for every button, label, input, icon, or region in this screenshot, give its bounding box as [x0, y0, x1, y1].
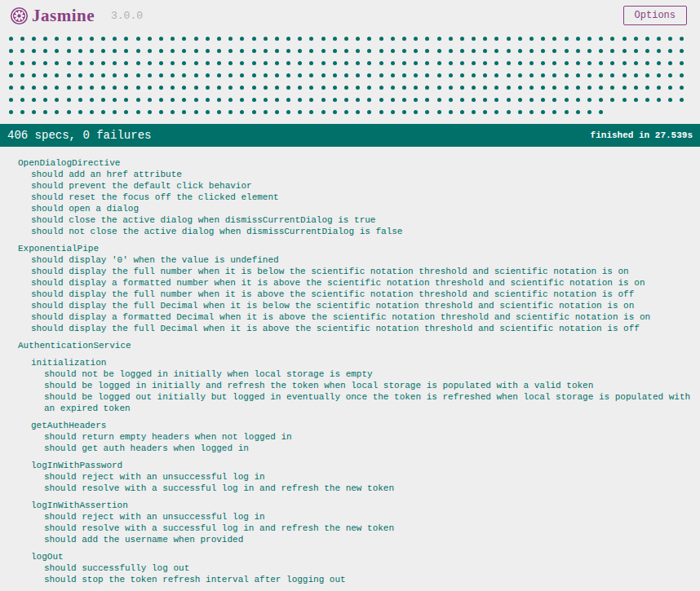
passed-spec-dot[interactable]: [494, 86, 498, 90]
passed-spec-dot[interactable]: [379, 49, 383, 53]
passed-spec-dot[interactable]: [483, 73, 487, 77]
passed-spec-dot[interactable]: [437, 98, 441, 102]
passed-spec-dot[interactable]: [333, 49, 337, 53]
passed-spec-dot[interactable]: [680, 98, 684, 102]
passed-spec-dot[interactable]: [610, 98, 614, 102]
passed-spec-dot[interactable]: [541, 37, 545, 41]
passed-spec-dot[interactable]: [587, 37, 591, 41]
passed-spec-dot[interactable]: [657, 49, 661, 53]
passed-spec-dot[interactable]: [252, 73, 256, 77]
passed-spec-dot[interactable]: [599, 86, 603, 90]
passed-spec-dot[interactable]: [240, 110, 244, 114]
passed-spec-dot[interactable]: [668, 49, 672, 53]
passed-spec-dot[interactable]: [67, 98, 71, 102]
passed-spec-dot[interactable]: [309, 49, 313, 53]
passed-spec-dot[interactable]: [264, 61, 268, 65]
passed-spec-dot[interactable]: [529, 110, 534, 114]
passed-spec-dot[interactable]: [321, 61, 326, 65]
passed-spec-dot[interactable]: [321, 110, 326, 114]
passed-spec-dot[interactable]: [298, 61, 302, 65]
passed-spec-dot[interactable]: [159, 110, 163, 114]
passed-spec-dot[interactable]: [494, 49, 498, 53]
passed-spec-dot[interactable]: [240, 86, 244, 90]
passed-spec-dot[interactable]: [565, 110, 569, 114]
passed-spec-dot[interactable]: [518, 49, 522, 53]
spec-result-link[interactable]: should not be logged in initially when l…: [44, 368, 693, 380]
passed-spec-dot[interactable]: [113, 110, 117, 114]
passed-spec-dot[interactable]: [286, 61, 290, 65]
passed-spec-dot[interactable]: [32, 110, 36, 114]
passed-spec-dot[interactable]: [587, 49, 591, 53]
passed-spec-dot[interactable]: [333, 110, 337, 114]
spec-result-link[interactable]: should resolve with a successful log in …: [44, 483, 693, 494]
passed-spec-dot[interactable]: [622, 61, 627, 65]
passed-spec-dot[interactable]: [298, 98, 302, 102]
passed-spec-dot[interactable]: [518, 73, 522, 77]
passed-spec-dot[interactable]: [449, 49, 453, 53]
passed-spec-dot[interactable]: [101, 98, 105, 102]
passed-spec-dot[interactable]: [124, 61, 128, 65]
passed-spec-dot[interactable]: [309, 61, 313, 65]
passed-spec-dot[interactable]: [344, 73, 348, 77]
passed-spec-dot[interactable]: [668, 86, 672, 90]
passed-spec-dot[interactable]: [680, 37, 684, 41]
spec-result-link[interactable]: should reject with an unsuccessful log i…: [44, 511, 693, 523]
passed-spec-dot[interactable]: [67, 86, 71, 90]
passed-spec-dot[interactable]: [391, 86, 395, 90]
passed-spec-dot[interactable]: [182, 61, 186, 65]
passed-spec-dot[interactable]: [136, 61, 140, 65]
passed-spec-dot[interactable]: [565, 98, 569, 102]
passed-spec-dot[interactable]: [414, 37, 418, 41]
passed-spec-dot[interactable]: [228, 110, 233, 114]
passed-spec-dot[interactable]: [622, 49, 627, 53]
passed-spec-dot[interactable]: [124, 37, 128, 41]
passed-spec-dot[interactable]: [379, 73, 383, 77]
passed-spec-dot[interactable]: [344, 86, 348, 90]
passed-spec-dot[interactable]: [460, 86, 464, 90]
passed-spec-dot[interactable]: [217, 73, 221, 77]
passed-spec-dot[interactable]: [344, 110, 348, 114]
passed-spec-dot[interactable]: [90, 110, 94, 114]
passed-spec-dot[interactable]: [113, 37, 117, 41]
passed-spec-dot[interactable]: [182, 98, 186, 102]
passed-spec-dot[interactable]: [275, 86, 279, 90]
passed-spec-dot[interactable]: [634, 61, 638, 65]
passed-spec-dot[interactable]: [356, 110, 360, 114]
passed-spec-dot[interactable]: [78, 86, 82, 90]
passed-spec-dot[interactable]: [541, 73, 545, 77]
passed-spec-dot[interactable]: [240, 98, 244, 102]
passed-spec-dot[interactable]: [367, 73, 371, 77]
passed-spec-dot[interactable]: [668, 61, 672, 65]
passed-spec-dot[interactable]: [379, 98, 383, 102]
passed-spec-dot[interactable]: [333, 37, 337, 41]
passed-spec-dot[interactable]: [252, 98, 256, 102]
passed-spec-dot[interactable]: [309, 86, 313, 90]
suite-name-link[interactable]: getAuthHeaders: [31, 420, 693, 431]
passed-spec-dot[interactable]: [565, 49, 569, 53]
passed-spec-dot[interactable]: [101, 86, 105, 90]
passed-spec-dot[interactable]: [264, 86, 268, 90]
passed-spec-dot[interactable]: [576, 61, 580, 65]
passed-spec-dot[interactable]: [367, 110, 371, 114]
spec-result-link[interactable]: should stop the token refresh interval a…: [44, 574, 693, 585]
passed-spec-dot[interactable]: [599, 73, 603, 77]
passed-spec-dot[interactable]: [587, 98, 591, 102]
passed-spec-dot[interactable]: [494, 98, 498, 102]
passed-spec-dot[interactable]: [367, 49, 371, 53]
passed-spec-dot[interactable]: [78, 37, 82, 41]
spec-result-link[interactable]: should display a formatted Decimal when …: [31, 311, 693, 323]
passed-spec-dot[interactable]: [20, 86, 24, 90]
passed-spec-dot[interactable]: [333, 61, 337, 65]
passed-spec-dot[interactable]: [483, 49, 487, 53]
passed-spec-dot[interactable]: [587, 73, 591, 77]
suite-name-link[interactable]: AuthenticationService: [18, 340, 693, 351]
passed-spec-dot[interactable]: [148, 73, 152, 77]
passed-spec-dot[interactable]: [286, 98, 290, 102]
passed-spec-dot[interactable]: [425, 73, 429, 77]
passed-spec-dot[interactable]: [124, 49, 128, 53]
passed-spec-dot[interactable]: [321, 86, 326, 90]
spec-result-link[interactable]: should prevent the default click behavio…: [31, 180, 693, 192]
passed-spec-dot[interactable]: [159, 37, 163, 41]
passed-spec-dot[interactable]: [668, 37, 672, 41]
passed-spec-dot[interactable]: [657, 86, 661, 90]
